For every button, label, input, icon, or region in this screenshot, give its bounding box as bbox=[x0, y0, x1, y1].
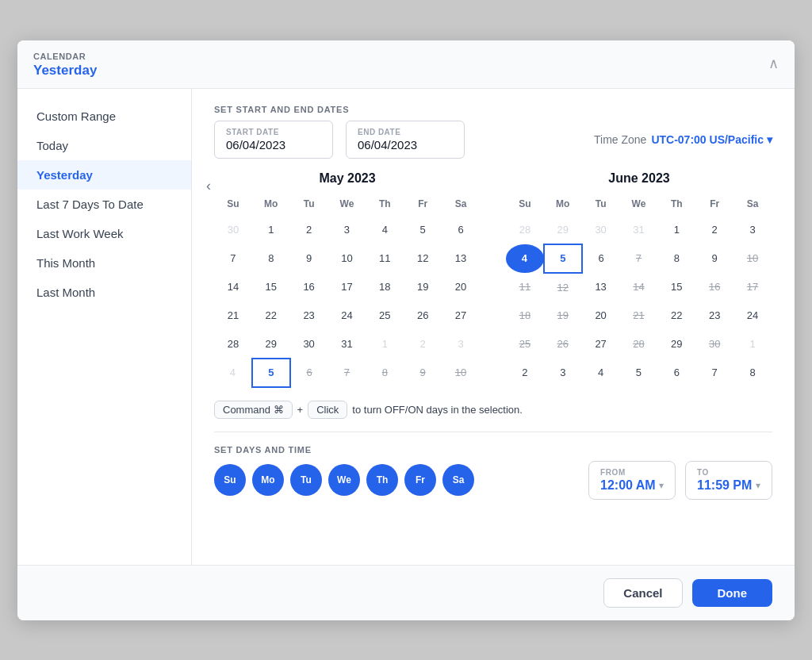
calendar-day[interactable]: 12 bbox=[544, 273, 582, 301]
calendar-day[interactable]: 2 bbox=[290, 216, 328, 244]
calendar-day[interactable]: 21 bbox=[620, 301, 658, 330]
calendar-day[interactable]: 23 bbox=[290, 301, 328, 330]
calendar-day[interactable]: 9 bbox=[290, 244, 328, 273]
calendar-day[interactable]: 9 bbox=[404, 359, 442, 387]
sidebar-item-last-work-week[interactable]: Last Work Week bbox=[17, 219, 191, 248]
calendar-day[interactable]: 31 bbox=[328, 330, 366, 359]
calendar-day[interactable]: 23 bbox=[695, 301, 733, 330]
calendar-day[interactable]: 17 bbox=[733, 273, 772, 301]
calendar-day[interactable]: 30 bbox=[290, 330, 328, 359]
calendar-day[interactable]: 4 bbox=[366, 216, 404, 244]
calendar-day[interactable]: 1 bbox=[733, 330, 772, 359]
calendar-day[interactable]: 5 bbox=[620, 359, 658, 387]
sidebar-item-last-month[interactable]: Last Month bbox=[17, 278, 191, 307]
sidebar-item-last-7-days[interactable]: Last 7 Days To Date bbox=[17, 190, 191, 219]
calendar-day[interactable]: 6 bbox=[442, 216, 480, 244]
calendar-day[interactable]: 6 bbox=[657, 359, 695, 387]
calendar-day[interactable]: 13 bbox=[582, 273, 620, 301]
calendar-day[interactable]: 8 bbox=[366, 359, 404, 387]
calendar-day[interactable]: 4 bbox=[582, 359, 620, 387]
calendar-day[interactable]: 8 bbox=[657, 244, 695, 273]
calendar-day[interactable]: 29 bbox=[657, 330, 695, 359]
calendar-day[interactable]: 25 bbox=[506, 330, 544, 359]
calendar-day[interactable]: 8 bbox=[252, 244, 290, 273]
calendar-day[interactable]: 27 bbox=[582, 330, 620, 359]
calendar-day[interactable]: 16 bbox=[695, 273, 733, 301]
calendar-day[interactable]: 14 bbox=[620, 273, 658, 301]
calendar-day[interactable]: 16 bbox=[290, 273, 328, 301]
calendar-day[interactable]: 3 bbox=[328, 216, 366, 244]
calendar-day[interactable]: 28 bbox=[620, 330, 658, 359]
calendar-day[interactable]: 24 bbox=[328, 301, 366, 330]
calendar-day[interactable]: 26 bbox=[404, 301, 442, 330]
from-time-box[interactable]: FROM 12:00 AM ▾ bbox=[588, 461, 676, 500]
calendar-day[interactable]: 20 bbox=[582, 301, 620, 330]
calendar-day[interactable]: 7 bbox=[695, 359, 733, 387]
timezone-value[interactable]: UTC-07:00 US/Pacific ▾ bbox=[651, 133, 772, 146]
sidebar-item-yesterday[interactable]: Yesterday bbox=[17, 160, 191, 190]
calendar-day[interactable]: 21 bbox=[214, 301, 252, 330]
calendar-day[interactable]: 15 bbox=[657, 273, 695, 301]
calendar-day[interactable]: 10 bbox=[733, 244, 772, 273]
calendar-day[interactable]: 20 bbox=[442, 273, 480, 301]
calendar-day[interactable]: 25 bbox=[366, 301, 404, 330]
calendar-day[interactable]: 6 bbox=[290, 359, 328, 387]
day-btn-su[interactable]: Su bbox=[214, 464, 246, 496]
calendar-day[interactable]: 7 bbox=[214, 244, 252, 273]
calendar-day[interactable]: 10 bbox=[442, 359, 480, 387]
calendar-day[interactable]: 10 bbox=[328, 244, 366, 273]
calendar-day[interactable]: 2 bbox=[404, 330, 442, 359]
collapse-button[interactable]: ∧ bbox=[768, 55, 779, 72]
day-btn-sa[interactable]: Sa bbox=[442, 464, 474, 496]
calendar-day[interactable]: 22 bbox=[252, 301, 290, 330]
calendar-day[interactable]: 1 bbox=[366, 330, 404, 359]
calendar-day[interactable]: 1 bbox=[252, 216, 290, 244]
calendar-day[interactable]: 15 bbox=[252, 273, 290, 301]
calendar-day[interactable]: 3 bbox=[544, 359, 582, 387]
start-date-box[interactable]: START DATE 06/04/2023 bbox=[214, 121, 333, 159]
calendar-day[interactable]: 9 bbox=[695, 244, 733, 273]
calendar-day[interactable]: 28 bbox=[506, 216, 544, 244]
calendar-day[interactable]: 8 bbox=[733, 359, 772, 387]
to-time-box[interactable]: TO 11:59 PM ▾ bbox=[685, 461, 772, 500]
calendar-day[interactable]: 3 bbox=[733, 216, 772, 244]
prev-month-button[interactable]: ‹ bbox=[206, 178, 211, 194]
calendar-day[interactable]: 5 bbox=[404, 216, 442, 244]
calendar-day[interactable]: 4 bbox=[214, 359, 252, 387]
end-date-box[interactable]: END DATE 06/04/2023 bbox=[346, 121, 465, 159]
calendar-day[interactable]: 30 bbox=[582, 216, 620, 244]
calendar-day[interactable]: 31 bbox=[620, 216, 658, 244]
calendar-day[interactable]: 29 bbox=[252, 330, 290, 359]
calendar-day[interactable]: 11 bbox=[366, 244, 404, 273]
calendar-day[interactable]: 18 bbox=[506, 301, 544, 330]
calendar-day[interactable]: 30 bbox=[214, 216, 252, 244]
calendar-day[interactable]: 24 bbox=[733, 301, 772, 330]
day-btn-mo[interactable]: Mo bbox=[252, 464, 284, 496]
day-btn-we[interactable]: We bbox=[328, 464, 360, 496]
calendar-day[interactable]: 2 bbox=[695, 216, 733, 244]
done-button[interactable]: Done bbox=[692, 579, 773, 607]
calendar-day[interactable]: 27 bbox=[442, 301, 480, 330]
calendar-day[interactable]: 5 bbox=[252, 359, 290, 387]
sidebar-item-today[interactable]: Today bbox=[17, 131, 191, 160]
calendar-day[interactable]: 7 bbox=[328, 359, 366, 387]
calendar-day[interactable]: 12 bbox=[404, 244, 442, 273]
day-btn-fr[interactable]: Fr bbox=[404, 464, 436, 496]
timezone-selector[interactable]: Time Zone UTC-07:00 US/Pacific ▾ bbox=[594, 133, 772, 146]
calendar-day[interactable]: 22 bbox=[657, 301, 695, 330]
calendar-day[interactable]: 19 bbox=[404, 273, 442, 301]
calendar-day[interactable]: 14 bbox=[214, 273, 252, 301]
calendar-day[interactable]: 28 bbox=[214, 330, 252, 359]
calendar-day[interactable]: 4 bbox=[506, 244, 544, 273]
sidebar-item-custom-range[interactable]: Custom Range bbox=[17, 102, 191, 131]
calendar-day[interactable]: 30 bbox=[695, 330, 733, 359]
calendar-day[interactable]: 29 bbox=[544, 216, 582, 244]
calendar-day[interactable]: 2 bbox=[506, 359, 544, 387]
cancel-button[interactable]: Cancel bbox=[603, 578, 682, 608]
calendar-day[interactable]: 1 bbox=[657, 216, 695, 244]
day-btn-th[interactable]: Th bbox=[366, 464, 398, 496]
calendar-day[interactable]: 18 bbox=[366, 273, 404, 301]
calendar-day[interactable]: 6 bbox=[582, 244, 620, 273]
calendar-day[interactable]: 11 bbox=[506, 273, 544, 301]
calendar-day[interactable]: 17 bbox=[328, 273, 366, 301]
